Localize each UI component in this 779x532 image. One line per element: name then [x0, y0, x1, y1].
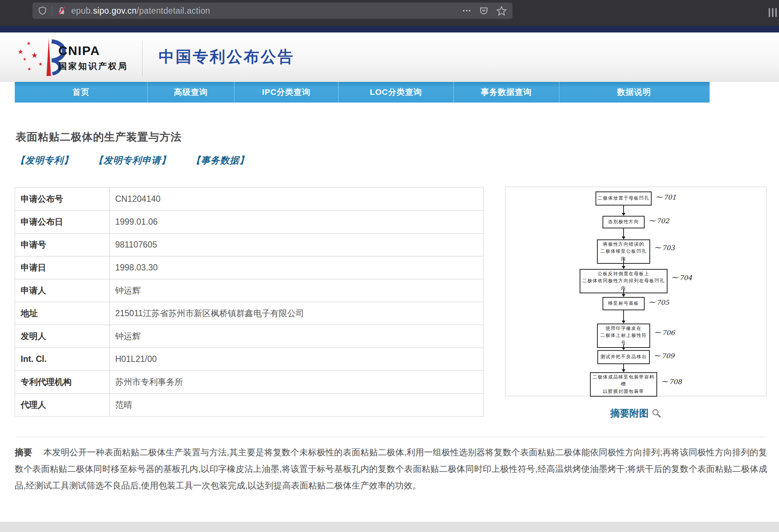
toolbar-edge-icon[interactable]	[769, 8, 777, 17]
flowchart-box-line: 二极体放置于母板凹孔	[598, 195, 649, 202]
flowchart-arrow	[623, 289, 624, 294]
logo-acronym: CNIPA	[58, 44, 100, 58]
abstract-label: 摘要	[15, 448, 32, 457]
field-value: H01L21/00	[110, 348, 484, 371]
flowchart-step-number: ~708	[662, 378, 682, 386]
flowchart-step-number: ~709	[654, 352, 674, 360]
nav-item[interactable]: LOC分类查询	[339, 82, 454, 103]
field-label: 申请号	[15, 234, 110, 256]
field-value: 范晴	[110, 394, 484, 417]
flowchart-box: 二极体放置于母板凹孔	[596, 191, 652, 205]
browser-toolbar: epub.sipo.gov.cn/patentdetail.action	[0, 0, 779, 26]
field-label: 发明人	[15, 325, 110, 348]
field-value: CN1204140	[110, 188, 484, 211]
flowchart-arrow	[623, 310, 624, 321]
flowchart-arrow	[623, 364, 624, 370]
table-row: 地址 215011江苏省苏州市新区枫桥镇群鑫电子有限公司	[15, 302, 484, 325]
insecure-lock-icon[interactable]	[57, 6, 66, 15]
field-value: 苏州市专利事务所	[110, 371, 484, 394]
flowchart-box: 选别极性方向	[603, 216, 645, 228]
flowchart-step-number: ~701	[656, 193, 676, 201]
nav-item[interactable]: 数据说明	[559, 82, 709, 103]
flowchart-step-number: ~702	[649, 217, 669, 225]
field-value: 钟运辉	[110, 279, 484, 302]
table-row: 申请公布号 CN1204140	[15, 188, 484, 211]
bookmark-star-icon[interactable]	[497, 6, 507, 16]
content-divider	[15, 437, 766, 437]
field-label: 申请人	[15, 279, 110, 302]
field-label: 专利代理机构	[15, 371, 110, 394]
flowchart-arrowhead	[622, 266, 625, 269]
quick-link[interactable]: 【发明专利申请】	[94, 154, 171, 166]
urlbar-divider	[52, 6, 52, 15]
field-label: 申请日	[15, 256, 110, 279]
footer-bar	[0, 522, 779, 532]
cnipa-logo: ★ ★ ★ ★ ★ ★ CNIPA 国家知识产权局	[15, 38, 144, 78]
header-divider	[142, 41, 143, 76]
url-text[interactable]: epub.sipo.gov.cn/patentdetail.action	[71, 6, 210, 16]
abstract-text: 本发明公开一种表面粘贴二极体生产装置与方法,其主要是将复数个未标极性的表面粘贴二…	[15, 448, 767, 490]
url-bar[interactable]: epub.sipo.gov.cn/patentdetail.action	[32, 3, 512, 19]
flowchart-arrowhead	[622, 347, 625, 350]
pocket-icon[interactable]	[479, 6, 488, 15]
patent-title: 表面粘贴二极体的生产装置与方法	[16, 130, 182, 145]
flowchart: 二极体放置于母板凹孔 ~701 选别极性方向 ~702 将极性方向错误的 二极体…	[505, 187, 766, 396]
table-row: 申请公布日 1999.01.06	[15, 211, 484, 234]
quick-link[interactable]: 【事务数据】	[191, 154, 249, 166]
main-nav: 首页 高级查询 IPC分类查询 LOC分类查询 事务数据查询 数据说明	[15, 82, 710, 103]
field-label: 申请公布号	[15, 188, 110, 211]
table-row: 申请人 钟运辉	[15, 279, 484, 302]
flowchart-box: 移至标号基板	[603, 297, 645, 310]
flowchart-arrowhead	[622, 321, 625, 324]
abstract-figure-link[interactable]: 摘要附图	[505, 406, 766, 421]
nav-item[interactable]: 首页	[15, 82, 148, 103]
flowchart-box-line: 选别极性方向	[608, 218, 639, 225]
abstract-figure-link-text[interactable]: 摘要附图	[610, 407, 649, 420]
flowchart-arrowhead	[622, 236, 625, 239]
flowchart-step-number: ~703	[655, 244, 675, 252]
flowchart-arrowhead	[622, 213, 625, 216]
patent-fields-table: 申请公布号 CN1204140 申请公布日 1999.01.06 申请号 981…	[15, 187, 484, 417]
nav-item[interactable]: 高级查询	[148, 82, 234, 103]
site-header: ★ ★ ★ ★ ★ ★ CNIPA 国家知识产权局 中国专利公布公告	[0, 32, 779, 82]
quick-link[interactable]: 【发明专利】	[16, 154, 73, 166]
abstract-figure-panel: 二极体放置于母板凹孔 ~701 选别极性方向 ~702 将极性方向错误的 二极体…	[505, 187, 766, 396]
abstract-paragraph: 摘要本发明公开一种表面粘贴二极体生产装置与方法,其主要是将复数个未标极性的表面粘…	[15, 444, 767, 494]
flowchart-arrowhead	[622, 294, 625, 297]
field-label: 地址	[15, 302, 110, 325]
nav-item[interactable]: 事务数据查询	[454, 82, 559, 103]
flowchart-box-line: 测试并把不良品移出	[600, 353, 647, 360]
field-value: 钟运辉	[110, 325, 484, 348]
field-value: 1999.01.06	[110, 211, 484, 234]
field-value: 215011江苏省苏州市新区枫桥镇群鑫电子有限公司	[110, 302, 484, 325]
nav-item[interactable]: IPC分类查询	[234, 82, 339, 103]
field-label: 代理人	[15, 394, 110, 417]
tracking-protection-shield-icon[interactable]	[38, 7, 47, 15]
flowchart-arrow	[623, 259, 624, 266]
page-top-strip	[0, 26, 779, 32]
flowchart-box-line: 使用印字橡皮在	[605, 325, 642, 332]
flowchart-box-line: 将极性方向错误的	[603, 241, 644, 248]
flowchart-step-number: ~704	[672, 274, 692, 281]
table-row: 专利代理机构 苏州市专利事务所	[15, 371, 484, 394]
flowchart-box-line: 移至标号基板	[608, 300, 639, 307]
table-row: 发明人 钟运辉	[15, 325, 484, 348]
flowchart-arrow	[623, 205, 624, 213]
flowchart-step-number: ~705	[649, 298, 669, 306]
field-value: 1998.03.30	[110, 256, 484, 279]
field-label: 申请公布日	[15, 211, 110, 234]
flowchart-box-line: 二极体成品移至包装带容料槽	[592, 374, 655, 388]
page-actions-icon[interactable]	[462, 6, 471, 15]
patent-fields-body: 申请公布号 CN1204140 申请公布日 1999.01.06 申请号 981…	[15, 188, 484, 417]
site-title: 中国专利公布公告	[159, 46, 295, 67]
flowchart-box: 测试并把不良品移出	[597, 350, 650, 364]
field-label: Int. Cl.	[15, 348, 110, 371]
table-row: 申请号 981107605	[15, 234, 484, 256]
magnifier-icon[interactable]	[652, 408, 661, 418]
flowchart-step-number: ~706	[655, 329, 675, 336]
quick-links: 【发明专利】 【发明专利申请】 【事务数据】	[16, 154, 249, 166]
flowchart-box-line: 公板反转倒置在母板上	[598, 270, 649, 277]
table-row: Int. Cl. H01L21/00	[15, 348, 484, 371]
flowchart-box-line: 以胶膜封固包装带	[603, 388, 644, 395]
flowchart-arrowhead	[622, 369, 625, 372]
